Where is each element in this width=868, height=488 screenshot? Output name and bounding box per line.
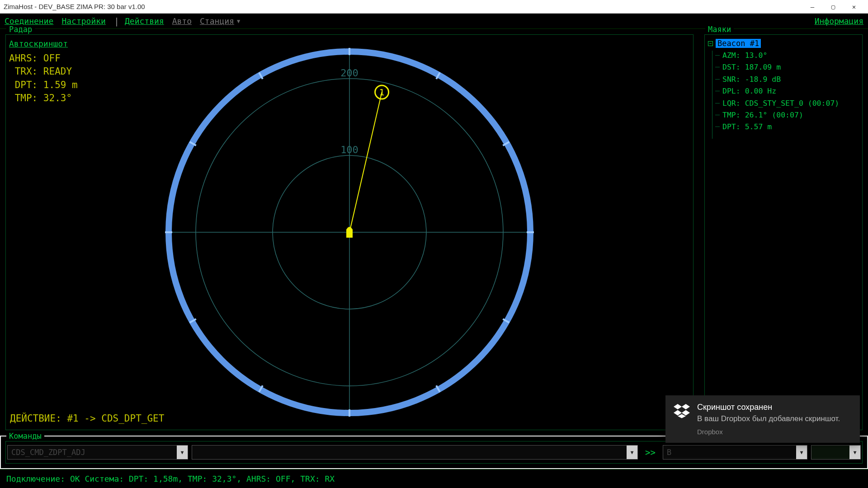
beacon-attr-dpl: DPL: 0.00 Hz [715, 85, 859, 97]
command-arg-input[interactable]: ▼ [192, 445, 638, 460]
svg-line-19 [349, 92, 382, 232]
extra-select[interactable]: ▼ [811, 445, 861, 460]
beacon-attr-lqr: LQR: CDS_STY_SET_0 (00:07) [715, 98, 859, 109]
radar-action-line: ДЕЙСТВИЕ: #1 -> CDS_DPT_GET [10, 413, 164, 424]
svg-text:200: 200 [340, 67, 359, 79]
statusbar: Подключение: ОК Система: DPT: 1,58m, TMP… [0, 469, 868, 488]
beacon-attr-snr: SNR: -18.9 dB [715, 74, 859, 85]
menu-separator: | [114, 16, 119, 27]
chevron-down-icon[interactable]: ▼ [849, 446, 860, 459]
close-button[interactable]: ✕ [844, 0, 864, 14]
toast-title: Скриншот сохранен [697, 403, 840, 412]
command-select[interactable]: CDS_CMD_ZDPT_ADJ ▼ [7, 445, 188, 460]
menu-settings[interactable]: Настройки [61, 16, 106, 26]
menu-info[interactable]: Информация [815, 16, 863, 26]
window-title: ZimaHost - DEV_BASE ZIMA PR: 30 bar v1.0… [4, 3, 802, 10]
chevron-down-icon[interactable]: ▼ [177, 446, 188, 459]
maximize-button[interactable]: ▢ [823, 0, 844, 14]
toast-body: В ваш Dropbox был добавлен скриншот. [697, 414, 840, 424]
window-titlebar: ZimaHost - DEV_BASE ZIMA PR: 30 bar v1.0… [0, 0, 868, 14]
minimize-button[interactable]: — [802, 0, 823, 14]
menu-station[interactable]: Станция [200, 16, 234, 26]
autoscreenshot-link[interactable]: Автоскриншот [9, 39, 68, 48]
menubar: Соединение Настройки | Действия Авто Ста… [0, 14, 868, 29]
radar-panel: Радар Автоскриншот AHRS: OFF TRX: READY … [1, 30, 698, 435]
notification-toast[interactable]: Скриншот сохранен В ваш Dropbox был доба… [665, 395, 860, 443]
chevron-down-icon[interactable]: ▼ [796, 446, 807, 459]
commands-panel-label: Команды [6, 432, 44, 441]
chevron-down-icon[interactable]: ▼ [627, 446, 637, 459]
tree-collapse-icon[interactable] [708, 41, 713, 46]
beacon-attr-tmp: TMP: 26.1° (00:07) [715, 109, 859, 121]
status-text: Подключение: ОК Система: DPT: 1,58m, TMP… [6, 474, 335, 483]
radar-panel-label: Радар [6, 25, 35, 34]
beacons-panel-label: Маяки [705, 25, 734, 34]
beacon-attr-dpt: DPT: 5.57 m [715, 121, 859, 133]
beacon-marker-label: 1 [379, 87, 385, 98]
svg-text:100: 100 [340, 144, 359, 155]
target-select[interactable]: B ▼ [663, 445, 807, 460]
beacon-attr-dst: DST: 187.09 m [715, 61, 859, 73]
menu-actions[interactable]: Действия [125, 16, 164, 26]
radar-display: 100 200 1 [164, 47, 535, 418]
beacon-tree-node[interactable]: Beacon #1 [708, 39, 859, 48]
menu-connection[interactable]: Соединение [5, 16, 53, 26]
toast-app: Dropbox [697, 428, 840, 436]
beacons-panel: Маяки Beacon #1 AZM: 13.0° DST: 187.09 m… [700, 30, 867, 435]
menu-auto[interactable]: Авто [172, 16, 192, 26]
dropbox-icon [674, 403, 690, 436]
chevron-down-icon: ▼ [237, 18, 240, 24]
beacon-name: Beacon #1 [716, 39, 761, 48]
send-command-button[interactable]: >> [642, 447, 659, 457]
beacon-attr-azm: AZM: 13.0° [715, 50, 859, 61]
